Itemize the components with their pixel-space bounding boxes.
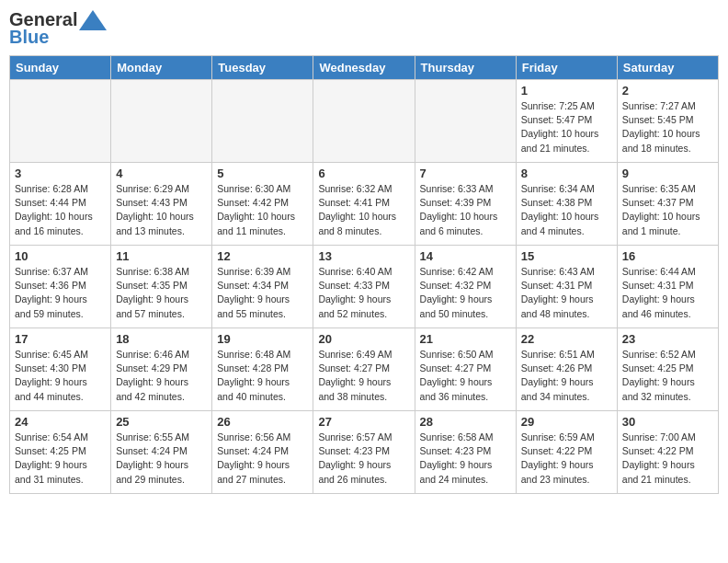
day-number: 12: [217, 249, 308, 263]
day-number: 7: [420, 167, 511, 180]
day-number: 24: [15, 415, 106, 429]
day-info: Sunrise: 6:29 AMSunset: 4:43 PMDaylight:…: [116, 182, 207, 238]
day-number: 23: [622, 332, 713, 346]
calendar-cell: 21Sunrise: 6:50 AMSunset: 4:27 PMDayligh…: [415, 328, 516, 411]
calendar-cell: 16Sunrise: 6:44 AMSunset: 4:31 PMDayligh…: [617, 246, 718, 328]
day-number: 15: [521, 249, 612, 263]
day-info: Sunrise: 6:30 AMSunset: 4:42 PMDaylight:…: [217, 182, 308, 238]
day-info: Sunrise: 7:25 AMSunset: 5:47 PMDaylight:…: [521, 99, 612, 155]
day-info: Sunrise: 6:42 AMSunset: 4:32 PMDaylight:…: [420, 265, 511, 321]
calendar-cell: 10Sunrise: 6:37 AMSunset: 4:36 PMDayligh…: [10, 246, 111, 328]
calendar-cell: 13Sunrise: 6:40 AMSunset: 4:33 PMDayligh…: [313, 246, 415, 328]
calendar-week-1: 1Sunrise: 7:25 AMSunset: 5:47 PMDaylight…: [10, 80, 719, 163]
day-info: Sunrise: 6:28 AMSunset: 4:44 PMDaylight:…: [15, 182, 106, 238]
calendar-cell: 24Sunrise: 6:54 AMSunset: 4:25 PMDayligh…: [10, 411, 111, 494]
calendar-cell: 23Sunrise: 6:52 AMSunset: 4:25 PMDayligh…: [617, 328, 718, 411]
day-number: 11: [116, 249, 207, 263]
calendar-cell: 9Sunrise: 6:35 AMSunset: 4:37 PMDaylight…: [617, 163, 718, 246]
day-number: 22: [521, 332, 612, 346]
calendar-week-5: 24Sunrise: 6:54 AMSunset: 4:25 PMDayligh…: [10, 411, 719, 494]
calendar-cell: 27Sunrise: 6:57 AMSunset: 4:23 PMDayligh…: [313, 411, 415, 494]
day-number: 17: [15, 332, 106, 346]
day-info: Sunrise: 6:56 AMSunset: 4:24 PMDaylight:…: [217, 431, 308, 487]
day-info: Sunrise: 6:43 AMSunset: 4:31 PMDaylight:…: [521, 265, 612, 321]
day-number: 19: [217, 332, 308, 346]
weekday-header-row: SundayMondayTuesdayWednesdayThursdayFrid…: [10, 56, 719, 80]
calendar-cell: 4Sunrise: 6:29 AMSunset: 4:43 PMDaylight…: [111, 163, 212, 246]
day-number: 20: [318, 332, 409, 346]
logo-blue: Blue: [9, 27, 49, 48]
calendar-week-3: 10Sunrise: 6:37 AMSunset: 4:36 PMDayligh…: [10, 246, 719, 328]
day-info: Sunrise: 6:34 AMSunset: 4:38 PMDaylight:…: [521, 182, 612, 238]
weekday-header-monday: Monday: [111, 56, 212, 80]
day-number: 8: [521, 167, 612, 180]
calendar-cell: 28Sunrise: 6:58 AMSunset: 4:23 PMDayligh…: [415, 411, 516, 494]
day-number: 28: [420, 415, 511, 429]
day-number: 1: [521, 84, 612, 98]
day-info: Sunrise: 6:37 AMSunset: 4:36 PMDaylight:…: [15, 265, 106, 321]
calendar-cell: 19Sunrise: 6:48 AMSunset: 4:28 PMDayligh…: [212, 328, 313, 411]
weekday-header-friday: Friday: [516, 56, 617, 80]
calendar-cell: [111, 80, 212, 163]
day-info: Sunrise: 6:40 AMSunset: 4:33 PMDaylight:…: [318, 265, 409, 321]
calendar-cell: 14Sunrise: 6:42 AMSunset: 4:32 PMDayligh…: [415, 246, 516, 328]
weekday-header-saturday: Saturday: [617, 56, 718, 80]
weekday-header-wednesday: Wednesday: [313, 56, 415, 80]
day-info: Sunrise: 6:52 AMSunset: 4:25 PMDaylight:…: [622, 348, 713, 404]
calendar-cell: 3Sunrise: 6:28 AMSunset: 4:44 PMDaylight…: [10, 163, 111, 246]
calendar-table: SundayMondayTuesdayWednesdayThursdayFrid…: [9, 55, 719, 494]
day-info: Sunrise: 6:38 AMSunset: 4:35 PMDaylight:…: [116, 265, 207, 321]
calendar-week-2: 3Sunrise: 6:28 AMSunset: 4:44 PMDaylight…: [10, 163, 719, 246]
svg-marker-0: [79, 10, 107, 30]
day-number: 26: [217, 415, 308, 429]
day-number: 14: [420, 249, 511, 263]
day-info: Sunrise: 7:00 AMSunset: 4:22 PMDaylight:…: [622, 431, 713, 487]
calendar-cell: 11Sunrise: 6:38 AMSunset: 4:35 PMDayligh…: [111, 246, 212, 328]
calendar-cell: 30Sunrise: 7:00 AMSunset: 4:22 PMDayligh…: [617, 411, 718, 494]
day-number: 29: [521, 415, 612, 429]
day-info: Sunrise: 6:35 AMSunset: 4:37 PMDaylight:…: [622, 182, 713, 238]
day-number: 6: [318, 167, 409, 180]
day-info: Sunrise: 6:33 AMSunset: 4:39 PMDaylight:…: [420, 182, 511, 238]
day-number: 21: [420, 332, 511, 346]
calendar-cell: 12Sunrise: 6:39 AMSunset: 4:34 PMDayligh…: [212, 246, 313, 328]
day-number: 4: [116, 167, 207, 180]
weekday-header-sunday: Sunday: [10, 56, 111, 80]
calendar-cell: [212, 80, 313, 163]
day-info: Sunrise: 6:45 AMSunset: 4:30 PMDaylight:…: [15, 348, 106, 404]
calendar-cell: 26Sunrise: 6:56 AMSunset: 4:24 PMDayligh…: [212, 411, 313, 494]
day-number: 13: [318, 249, 409, 263]
calendar-cell: [10, 80, 111, 163]
calendar-cell: 7Sunrise: 6:33 AMSunset: 4:39 PMDaylight…: [415, 163, 516, 246]
day-info: Sunrise: 7:27 AMSunset: 5:45 PMDaylight:…: [622, 99, 713, 155]
day-number: 18: [116, 332, 207, 346]
calendar-cell: 20Sunrise: 6:49 AMSunset: 4:27 PMDayligh…: [313, 328, 415, 411]
day-info: Sunrise: 6:44 AMSunset: 4:31 PMDaylight:…: [622, 265, 713, 321]
calendar-week-4: 17Sunrise: 6:45 AMSunset: 4:30 PMDayligh…: [10, 328, 719, 411]
day-info: Sunrise: 6:58 AMSunset: 4:23 PMDaylight:…: [420, 431, 511, 487]
day-number: 27: [318, 415, 409, 429]
calendar-cell: 6Sunrise: 6:32 AMSunset: 4:41 PMDaylight…: [313, 163, 415, 246]
calendar-cell: [313, 80, 415, 163]
calendar-cell: 5Sunrise: 6:30 AMSunset: 4:42 PMDaylight…: [212, 163, 313, 246]
page-header: General Blue: [9, 9, 719, 48]
day-info: Sunrise: 6:54 AMSunset: 4:25 PMDaylight:…: [15, 431, 106, 487]
day-number: 3: [15, 167, 106, 180]
calendar-cell: 25Sunrise: 6:55 AMSunset: 4:24 PMDayligh…: [111, 411, 212, 494]
day-info: Sunrise: 6:32 AMSunset: 4:41 PMDaylight:…: [318, 182, 409, 238]
day-info: Sunrise: 6:50 AMSunset: 4:27 PMDaylight:…: [420, 348, 511, 404]
day-info: Sunrise: 6:49 AMSunset: 4:27 PMDaylight:…: [318, 348, 409, 404]
day-info: Sunrise: 6:39 AMSunset: 4:34 PMDaylight:…: [217, 265, 308, 321]
day-info: Sunrise: 6:46 AMSunset: 4:29 PMDaylight:…: [116, 348, 207, 404]
calendar-cell: 8Sunrise: 6:34 AMSunset: 4:38 PMDaylight…: [516, 163, 617, 246]
calendar-cell: 2Sunrise: 7:27 AMSunset: 5:45 PMDaylight…: [617, 80, 718, 163]
day-number: 10: [15, 249, 106, 263]
calendar-cell: 18Sunrise: 6:46 AMSunset: 4:29 PMDayligh…: [111, 328, 212, 411]
calendar-cell: [415, 80, 516, 163]
calendar-cell: 1Sunrise: 7:25 AMSunset: 5:47 PMDaylight…: [516, 80, 617, 163]
logo: General Blue: [9, 9, 107, 48]
day-number: 30: [622, 415, 713, 429]
day-info: Sunrise: 6:59 AMSunset: 4:22 PMDaylight:…: [521, 431, 612, 487]
day-info: Sunrise: 6:51 AMSunset: 4:26 PMDaylight:…: [521, 348, 612, 404]
day-number: 25: [116, 415, 207, 429]
